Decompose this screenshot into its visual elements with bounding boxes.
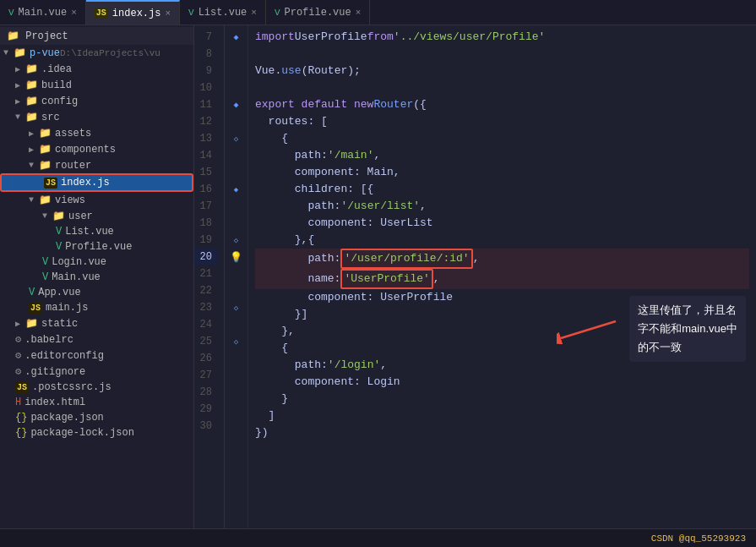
line-num: 12 (194, 113, 217, 130)
line-num: 11 (194, 96, 217, 113)
code-text: , (420, 198, 427, 215)
item-label: .editorconfig (24, 350, 104, 362)
tree-views[interactable]: ▼ 📁 views (0, 192, 193, 208)
vue-file-icon: V (56, 241, 62, 253)
status-bar: CSDN @qq_55293923 (0, 528, 756, 547)
close-icon[interactable]: × (165, 8, 171, 19)
code-editor[interactable]: 7 8 9 10 11 12 13 14 15 16 17 18 19 20 2… (194, 25, 756, 528)
code-line-21: name: 'UserProfile', (255, 269, 749, 289)
annotation-text: 这里传值了，并且名字不能和main.vue中的不一致 (629, 296, 746, 362)
vue-file-icon: V (42, 256, 48, 268)
tree-assets[interactable]: ▶ 📁 assets (0, 125, 193, 141)
folder-icon: 📁 (14, 46, 26, 59)
string: '/user/profile/:id' (344, 252, 469, 265)
close-icon[interactable]: × (251, 8, 257, 18)
vue-file-icon: V (56, 226, 62, 238)
item-label: src (41, 112, 60, 123)
code-line-20: path: '/user/profile/:id', (255, 249, 749, 269)
annotation: 这里传值了，并且名字不能和main.vue中的不一致 (557, 296, 746, 362)
gutter-fold: ◇ (225, 299, 247, 316)
line-num: 26 (194, 350, 217, 367)
expand-arrow: ▶ (29, 145, 39, 155)
tree-config[interactable]: ▶ 📁 config (0, 93, 193, 109)
item-label: .postcssrc.js (32, 381, 111, 393)
line-num: 20 (194, 249, 217, 265)
js-icon: JS (95, 8, 108, 19)
keyword: import (255, 29, 295, 46)
code-text: children: [{ (255, 181, 373, 198)
tab-label: List.vue (199, 7, 247, 19)
expand-arrow: ▼ (15, 112, 25, 122)
gutter-fold: ◇ (225, 232, 247, 249)
code-line-11: export default new Router ({ (255, 96, 749, 113)
tree-idea[interactable]: ▶ 📁 .idea (0, 61, 193, 77)
gutter-bulb[interactable]: 💡 (225, 249, 247, 265)
line-num: 24 (194, 316, 217, 333)
tree-babelrc[interactable]: ⚙ .babelrc (0, 331, 193, 347)
tree-postcssrc[interactable]: JS .postcssrc.js (0, 380, 193, 395)
tree-app-vue[interactable]: V App.vue (0, 285, 193, 300)
tab-profile-vue[interactable]: V Profile.vue × (266, 0, 370, 25)
gutter-blank (225, 46, 247, 63)
code-text: },{ (255, 232, 314, 249)
svg-line-1 (561, 321, 616, 338)
keyword: from (367, 29, 394, 46)
tree-components[interactable]: ▶ 📁 components (0, 141, 193, 157)
tree-package-lock-json[interactable]: {} package-lock.json (0, 425, 193, 440)
project-label: 📁 Project (7, 30, 68, 42)
gutter: ◆ ◆ ◇ ◆ ◇ 💡 (225, 25, 248, 528)
code-line-15: component: Main, (255, 164, 749, 181)
code-text: Router (373, 96, 413, 113)
close-icon[interactable]: × (71, 8, 77, 18)
tree-static[interactable]: ▶ 📁 static (0, 315, 193, 331)
code-line-12: routes: [ (255, 113, 749, 130)
code-text: , (473, 250, 480, 267)
code-line-14: path: '/main' , (255, 147, 749, 164)
code-line-17: path: '/user/list' , (255, 198, 749, 215)
tree-list-vue[interactable]: V List.vue (0, 224, 193, 239)
tree-profile-vue[interactable]: V Profile.vue (0, 239, 193, 254)
item-label: views (55, 194, 85, 206)
tree-gitignore[interactable]: ⚙ .gitignore (0, 364, 193, 380)
gutter-blank (225, 198, 247, 215)
gutter-blank (225, 164, 247, 181)
line-num: 17 (194, 198, 217, 215)
keyword: export default new (255, 96, 373, 113)
sidebar: 📁 Project ▼ 📁 p-vue D:\IdeaProjects\vu ▶… (0, 25, 194, 528)
tree-root[interactable]: ▼ 📁 p-vue D:\IdeaProjects\vu (0, 45, 193, 61)
tab-index-js[interactable]: JS index.js × (86, 0, 180, 25)
tree-editorconfig[interactable]: ⚙ .editorconfig (0, 347, 193, 364)
line-num: 21 (194, 265, 217, 282)
tree-index-js[interactable]: JS index.js (0, 173, 193, 192)
tree-src[interactable]: ▼ 📁 src (0, 109, 193, 125)
tree-login-vue[interactable]: V Login.vue (0, 254, 193, 270)
expand-arrow: ▶ (15, 319, 25, 329)
code-line-27: component: Login (255, 374, 749, 391)
item-label: config (41, 96, 78, 107)
item-label: List.vue (65, 226, 114, 238)
gutter-blank (225, 113, 247, 130)
tab-list-vue[interactable]: V List.vue × (180, 0, 266, 25)
tree-package-json[interactable]: {} package.json (0, 410, 193, 425)
tree-user[interactable]: ▼ 📁 user (0, 208, 193, 224)
vue-file-icon: V (29, 287, 35, 298)
line-num: 28 (194, 384, 217, 401)
item-label: .babelrc (24, 334, 73, 346)
item-label: main.js (46, 302, 88, 314)
tree-router[interactable]: ▼ 📁 router (0, 157, 193, 173)
tree-build[interactable]: ▶ 📁 build (0, 77, 193, 93)
close-icon[interactable]: × (356, 8, 362, 18)
folder-icon: 📁 (39, 143, 52, 156)
item-label: index.js (61, 177, 110, 189)
item-label: components (55, 144, 116, 156)
tree-index-html[interactable]: H index.html (0, 395, 193, 410)
item-label: router (55, 160, 91, 172)
json-file-icon: {} (15, 427, 27, 439)
code-line-8 (255, 46, 749, 63)
tab-main-vue[interactable]: V Main.vue × (0, 0, 86, 25)
folder-icon: 📁 (52, 210, 65, 222)
tree-main-js[interactable]: JS main.js (0, 300, 193, 315)
code-text: ] (255, 408, 275, 424)
tree-main-vue[interactable]: V Main.vue (0, 270, 193, 285)
code-text: path: (255, 357, 328, 374)
